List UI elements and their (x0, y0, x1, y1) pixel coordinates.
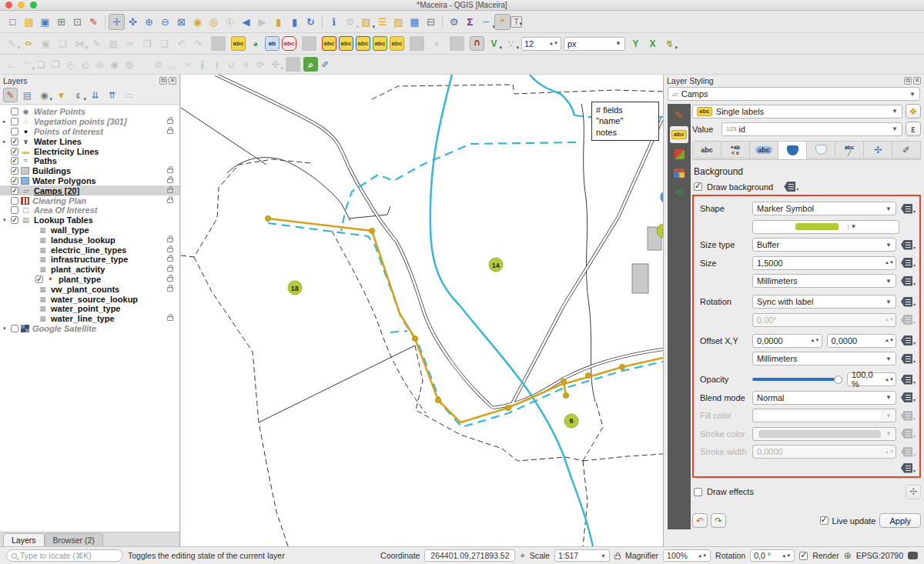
layer-selector[interactable]: ▱ Camps ▼ (668, 87, 920, 101)
override-offset[interactable]: ▾ (901, 335, 916, 345)
save-layer-edits-button[interactable]: ▣ (38, 36, 53, 51)
marker-symbol-preview[interactable]: ▼ (752, 220, 899, 234)
expand-arrow[interactable]: ▸ (3, 138, 11, 145)
modify-attributes-button[interactable]: ✎ (89, 36, 104, 51)
open-attribute-table-button[interactable]: ▦ (407, 14, 423, 30)
manage-map-themes-button[interactable]: ◉ (37, 88, 52, 102)
simplify-feature-button[interactable]: ◵ (78, 57, 92, 72)
opacity-input[interactable]: 100,0 %▲▼ (847, 372, 896, 386)
project-properties-button[interactable]: ⊡ (69, 14, 85, 30)
layer-visibility-checkbox[interactable] (35, 275, 43, 283)
redo-style-button[interactable]: ↷ (711, 513, 726, 528)
deselect-features-button[interactable]: ▨ (390, 14, 407, 30)
stepper-arrows[interactable]: ▲▼ (882, 261, 894, 265)
undo-button[interactable]: ↶ (174, 36, 189, 51)
delete-ring-button[interactable]: ◌ (136, 57, 151, 72)
labels-tab[interactable]: abc (670, 126, 688, 143)
layer-row[interactable]: electric_line_types (0, 245, 179, 255)
tab-shadow[interactable] (807, 141, 835, 159)
undo-style-button[interactable]: ↶ (692, 513, 708, 528)
zoom-full-button[interactable]: ⊠ (173, 14, 189, 30)
history-tab[interactable]: ⟲ (670, 184, 688, 201)
refresh-map-button[interactable]: ↻ (303, 14, 319, 30)
layer-row[interactable]: ▸ Water Lines (0, 136, 179, 146)
copy-move-feature-button[interactable]: ❐ (49, 57, 63, 72)
override-rotation[interactable]: ▾ (901, 297, 916, 307)
self-snapping-button[interactable]: ∵ (504, 36, 518, 51)
rotation-mode-select[interactable]: Sync with label▼ (752, 295, 896, 309)
override-shape[interactable]: ▾ (901, 204, 916, 214)
panel-tab[interactable]: Layers (3, 533, 45, 546)
text-annotation-box[interactable]: # fields "name" notes (591, 102, 659, 141)
undock-panel-button[interactable]: ⧉ (159, 77, 167, 85)
enable-tracing-button[interactable]: ↯ (662, 36, 677, 51)
show-bookmarks-button[interactable]: ▮ (286, 14, 303, 30)
show-unplaced-labels-button[interactable]: abc (356, 36, 370, 51)
expand-arrow[interactable]: ▾ (3, 325, 11, 332)
stepper-arrows[interactable]: ▲▼ (695, 554, 707, 558)
layer-row[interactable]: wall_type (0, 225, 179, 235)
size-type-select[interactable]: Buffer▼ (752, 238, 896, 252)
snapping-mode-button[interactable]: V (487, 36, 501, 51)
override-draw-background[interactable]: ▾ (784, 182, 798, 192)
layer-row[interactable]: Points of Interest (0, 127, 179, 137)
expand-arrow[interactable]: ▸ (3, 118, 11, 125)
layer-row[interactable]: Paths (0, 156, 179, 166)
layer-row[interactable]: Electricity Lines (0, 146, 179, 156)
expand-all-button[interactable]: ⇊ (88, 88, 102, 102)
current-edits-button[interactable]: ✎ (5, 36, 19, 51)
layer-visibility-checkbox[interactable] (11, 138, 18, 145)
draw-background-checkbox[interactable] (694, 182, 702, 191)
layer-visibility-checkbox[interactable] (11, 118, 18, 125)
zoom-last-button[interactable]: ◀ (238, 14, 254, 30)
identify-features-button[interactable]: ℹ (326, 14, 342, 30)
new-project-button[interactable]: □ (5, 14, 21, 30)
tab-text[interactable]: abc (692, 141, 721, 159)
layer-visibility-checkbox[interactable] (11, 177, 18, 185)
filter-by-expression-button[interactable]: ε (71, 88, 85, 102)
layer-visibility-checkbox[interactable] (11, 148, 18, 155)
layer-row[interactable]: infrastructure_type (0, 255, 179, 265)
crs-indicator[interactable]: EPSG:20790 (856, 551, 903, 560)
layer-row[interactable]: water_line_type (0, 314, 179, 324)
layer-visibility-checkbox[interactable] (11, 187, 18, 195)
layer-visibility-checkbox[interactable] (11, 128, 18, 135)
run-feature-action-button[interactable]: ⚙ (342, 14, 358, 30)
paste-features-button[interactable]: ❑ (157, 36, 172, 51)
automated-placement-button[interactable]: ❖ (906, 104, 921, 118)
coordinate-input[interactable]: 264401.09,271893.52 (424, 549, 515, 562)
live-update-checkbox[interactable] (820, 516, 829, 525)
override-opacity[interactable]: ▾ (901, 375, 916, 385)
override-blend-mode[interactable]: ▾ (901, 392, 916, 402)
layer-row[interactable]: water_source_lookup (0, 294, 179, 304)
layer-row[interactable]: landuse_lookup (0, 235, 179, 245)
layer-row[interactable]: plant_type (0, 275, 179, 285)
reshape-features-button[interactable]: ≈ (180, 57, 195, 72)
offset-y-input[interactable]: 0,0000▲▼ (827, 334, 897, 348)
tab-placement[interactable]: ✣ (864, 141, 892, 159)
offset-units-select[interactable]: Millimeters▼ (752, 352, 896, 365)
override-extra[interactable]: ▾ (901, 463, 916, 473)
tab-callouts[interactable]: abc ╱ (835, 141, 864, 159)
render-checkbox[interactable] (799, 552, 808, 560)
layer-row[interactable]: Water Polygons (0, 176, 179, 186)
expand-arrow[interactable]: ▾ (3, 217, 11, 223)
remove-layer-button[interactable]: ▭ (122, 88, 136, 102)
layer-visibility-checkbox[interactable] (11, 108, 18, 115)
3d-view-tab[interactable] (670, 145, 688, 162)
new-bookmark-button[interactable]: ▮ (270, 14, 286, 30)
zoom-next-button[interactable]: ▶ (254, 14, 270, 30)
split-parts-button[interactable]: ∦ (195, 57, 209, 72)
layer-row[interactable]: vw_plant_counts (0, 284, 179, 294)
merge-features-button[interactable]: ∪ (224, 57, 239, 72)
style-manager-button[interactable]: ✎ (85, 14, 102, 30)
layer-row[interactable]: ▸ Vegetation points [301] (0, 117, 179, 127)
pin-unpin-labels-button[interactable]: ab (265, 36, 280, 51)
labeling-mode-select[interactable]: abc Single labels ▼ (692, 105, 902, 118)
snapping-units-select[interactable]: px ▼ (564, 37, 625, 51)
draw-effects-checkbox[interactable] (694, 488, 702, 496)
size-units-select[interactable]: Millimeters▼ (752, 274, 896, 288)
stepper-arrows[interactable]: ▲▼ (779, 554, 791, 558)
merge-attributes-button[interactable]: ≡ (239, 57, 253, 72)
layer-visibility-checkbox[interactable] (11, 157, 18, 165)
